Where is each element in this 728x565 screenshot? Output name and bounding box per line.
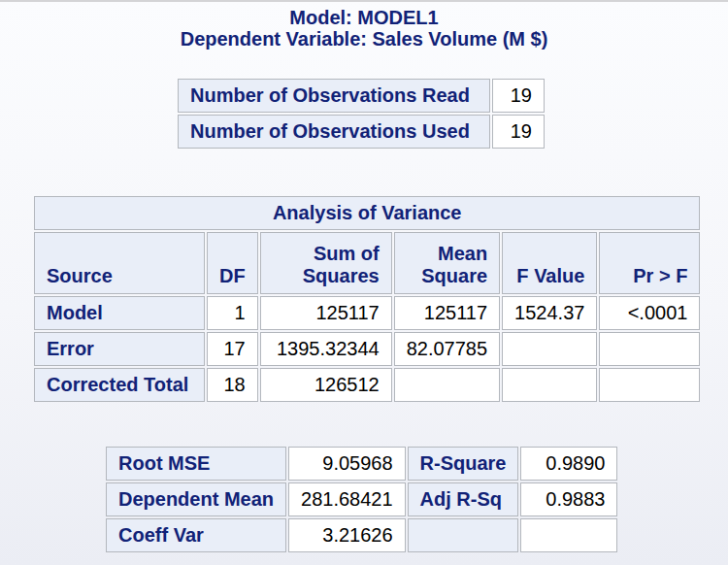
model-df: 1 — [207, 296, 258, 330]
obs-used-value: 19 — [492, 115, 545, 149]
table-row: Root MSE 9.05968 R-Square 0.9890 — [106, 447, 617, 481]
error-sum-of-squares: 1395.32344 — [260, 332, 392, 366]
table-row: Dependent Mean 281.68421 Adj R-Sq 0.9883 — [106, 482, 617, 516]
column-header-pr-f: Pr > F — [599, 232, 700, 294]
report-header: Model: MODEL1 Dependent Variable: Sales … — [0, 2, 728, 50]
obs-read-label: Number of Observations Read — [178, 79, 490, 113]
table-row: Error 17 1395.32344 82.07785 — [34, 332, 700, 366]
adj-r-sq-value: 0.9883 — [520, 482, 617, 516]
model-mean-square: 125117 — [394, 296, 500, 330]
root-mse-label: Root MSE — [106, 447, 286, 481]
error-f-value — [502, 332, 597, 366]
column-header-sum-of-squares: Sum of Squares — [260, 232, 392, 294]
source-error-label: Error — [34, 332, 205, 366]
r-square-value: 0.9890 — [520, 447, 617, 481]
dependent-mean-value: 281.68421 — [288, 482, 406, 516]
table-header-row: Source DF Sum of Squares Mean Square F V… — [34, 232, 700, 294]
column-header-f-value: F Value — [502, 232, 597, 294]
dependent-mean-label: Dependent Mean — [106, 482, 286, 516]
empty-label-cell — [408, 518, 519, 552]
coeff-var-value: 3.21626 — [288, 518, 406, 552]
source-corrected-total-label: Corrected Total — [34, 368, 205, 402]
r-square-label: R-Square — [408, 447, 519, 481]
table-row: Model 1 125117 125117 1524.37 <.0001 — [34, 296, 700, 330]
obs-read-value: 19 — [492, 79, 545, 113]
dependent-variable-title: Dependent Variable: Sales Volume (M $) — [0, 28, 728, 50]
source-model-label: Model — [34, 296, 205, 330]
column-header-mean-square: Mean Square — [394, 232, 500, 294]
table-row: Number of Observations Read 19 — [178, 79, 545, 113]
table-row: Number of Observations Used 19 — [178, 115, 545, 149]
error-mean-square: 82.07785 — [394, 332, 500, 366]
table-row: Coeff Var 3.21626 — [106, 518, 617, 552]
empty-value-cell — [520, 518, 617, 552]
obs-used-label: Number of Observations Used — [178, 115, 490, 149]
coeff-var-label: Coeff Var — [106, 518, 286, 552]
corrected-total-pr-f — [599, 368, 700, 402]
table-row: Analysis of Variance — [34, 196, 700, 230]
model-title: Model: MODEL1 — [0, 7, 728, 28]
corrected-total-f-value — [502, 368, 597, 402]
column-header-source: Source — [34, 232, 205, 294]
root-mse-value: 9.05968 — [288, 447, 406, 481]
error-pr-f — [599, 332, 700, 366]
model-sum-of-squares: 125117 — [260, 296, 392, 330]
anova-table: Analysis of Variance Source DF Sum of Sq… — [32, 194, 702, 404]
corrected-total-mean-square — [394, 368, 500, 402]
corrected-total-df: 18 — [207, 368, 258, 402]
error-df: 17 — [207, 332, 258, 366]
column-header-df: DF — [207, 232, 258, 294]
corrected-total-sum-of-squares: 126512 — [260, 368, 392, 402]
observations-table: Number of Observations Read 19 Number of… — [176, 77, 546, 150]
anova-title: Analysis of Variance — [34, 196, 700, 230]
model-pr-f: <.0001 — [599, 296, 700, 330]
fit-statistics-table: Root MSE 9.05968 R-Square 0.9890 Depende… — [104, 445, 619, 554]
adj-r-sq-label: Adj R-Sq — [408, 482, 519, 516]
model-f-value: 1524.37 — [502, 296, 597, 330]
table-row: Corrected Total 18 126512 — [34, 368, 700, 402]
